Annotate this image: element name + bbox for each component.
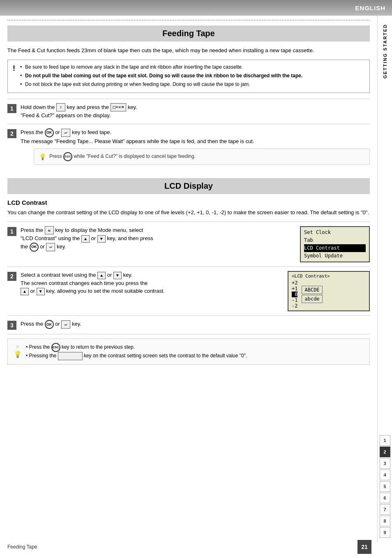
section-spacer-1 <box>7 169 370 178</box>
step-1-content: Hold down the ⇧ key and press the □+×⌫ k… <box>21 103 370 120</box>
note-item-2: Do not pull the label coming out of the … <box>19 72 302 79</box>
chapter-5: 5 <box>380 481 390 492</box>
note-item-3: Do not block the tape exit slot during p… <box>19 81 302 88</box>
dotted-divider <box>7 20 370 21</box>
lcd-preview-lower: abcde <box>302 295 322 303</box>
lcd-menu-set-clock: Set Clock <box>304 229 366 236</box>
chapter-4: 4 <box>380 470 390 480</box>
lcd-display-title: LCD Display <box>7 181 370 191</box>
enter-key-3: ↵ <box>61 320 70 329</box>
tip-lightbulb-icon: 💡 <box>14 350 22 358</box>
level-zero: 0 <box>292 292 297 297</box>
step-1-num: 1 <box>7 104 16 113</box>
shift-key: ⇧ <box>56 103 65 111</box>
esc-key-tip: ESC <box>51 343 60 352</box>
down-key-1: ▼ <box>97 235 106 243</box>
lcd-menu-display: Set Clock Tab LCD Contrast Symbol Update <box>300 226 370 263</box>
ok-key-1: OK <box>45 128 54 137</box>
hint-text-1: Press ESC while "Feed & Cut?" is display… <box>49 152 196 161</box>
hint-box-1: 💡 Press ESC while "Feed & Cut?" is displ… <box>34 148 370 165</box>
tip-icon-col: ○ 💡 <box>14 343 22 358</box>
tip-circle-icon: ○ <box>16 343 19 350</box>
enter-key-1: ↵ <box>61 129 70 137</box>
step-1-row: 1 Hold down the ⇧ key and press the □+×⌫… <box>7 99 370 124</box>
feeding-tape-intro: The Feed & Cut function feeds 23mm of bl… <box>7 46 370 55</box>
lcd-contrast-subtitle: LCD Contrast <box>7 199 370 206</box>
up-key-1: ▲ <box>81 235 90 243</box>
level-minus1: -1 <box>292 297 297 303</box>
lcd-menu-symbol-update: Symbol Update <box>304 252 366 260</box>
feeding-tape-title-box: Feeding Tape <box>7 25 370 42</box>
step-2-content: Press the OK or ↵ key to feed tape. The … <box>21 128 370 165</box>
note-box: ! Be sure to feed tape to remove any sla… <box>7 60 370 93</box>
step-2-row: 2 Press the OK or ↵ key to feed tape. Th… <box>7 124 370 169</box>
tip-item-2: • Pressing the key on the contrast setti… <box>26 352 247 360</box>
lcd-step-2-row: 2 Select a contrast level using the ▲ or… <box>7 266 370 315</box>
tip-content: • Press the ESC key to return to the pre… <box>26 343 247 360</box>
hint-lightbulb-icon: 💡 <box>39 153 46 161</box>
level-plus2: +2 <box>292 280 297 286</box>
language-label: ENGLISH <box>355 5 385 12</box>
lcd-menu-tab: Tab <box>304 236 366 244</box>
lcd-contrast-levels-row: +2 +1 0 -1 -2 ABCDE abcde <box>292 280 366 309</box>
level-plus1: +1 <box>292 286 297 292</box>
chapter-1: 1 <box>380 435 390 446</box>
chapter-8: 8 <box>380 516 390 526</box>
tip-item-1: • Press the ESC key to return to the pre… <box>26 343 247 352</box>
top-bar: ENGLISH <box>0 0 392 16</box>
down-key-3: ▼ <box>37 288 45 295</box>
note-icon: ! <box>13 64 15 73</box>
feedcut-key: □+×⌫ <box>111 103 127 111</box>
chapter-2: 2 <box>380 447 390 457</box>
ok-key-3: OK <box>45 320 54 329</box>
level-minus2: -2 <box>292 303 297 309</box>
down-key-2: ▼ <box>113 272 122 279</box>
chapter-9: 9 <box>380 527 390 538</box>
lcd-preview-upper: ABCDE <box>302 286 322 294</box>
page-number: 21 <box>357 540 371 554</box>
lcd-display-title-box: LCD Display <box>7 178 370 194</box>
note-item-1: Be sure to feed tape to remove any slack… <box>19 63 302 71</box>
up-key-2: ▲ <box>97 272 106 279</box>
clear-key-tip <box>58 352 83 360</box>
main-content: Feeding Tape The Feed & Cut function fee… <box>0 20 377 365</box>
tip-box: ○ 💡 • Press the ESC key to return to the… <box>7 338 370 365</box>
step-2-num: 2 <box>7 129 16 138</box>
lcd-contrast-screen: <LCD Contrast> +2 +1 0 -1 -2 ABCDE abcde <box>288 271 370 311</box>
lcd-step-2-num: 2 <box>7 272 16 281</box>
lcd-contrast-intro: You can change the contrast setting of t… <box>7 208 370 217</box>
chapter-3: 3 <box>380 458 390 469</box>
note-content: Be sure to feed tape to remove any slack… <box>19 63 302 89</box>
chapter-6: 6 <box>380 493 390 503</box>
lcd-step-3-content: Press the OK or ↵ key. <box>21 320 370 329</box>
chapter-list: 1 2 3 4 5 6 7 8 9 <box>380 435 390 542</box>
lcd-contrast-title: <LCD Contrast> <box>292 273 366 279</box>
lcd-step-1-content: Press the ≡ key to display the Mode menu… <box>21 226 292 252</box>
lcd-menu-image: Set Clock Tab LCD Contrast Symbol Update <box>300 226 370 263</box>
lcd-menu-lcd-contrast: LCD Contrast <box>304 244 366 252</box>
up-key-3: ▲ <box>21 288 29 295</box>
feeding-tape-title: Feeding Tape <box>7 29 370 38</box>
lcd-contrast-image: <LCD Contrast> +2 +1 0 -1 -2 ABCDE abcde <box>288 271 370 311</box>
lcd-levels-list: +2 +1 0 -1 -2 <box>292 280 297 309</box>
lcd-step-1-row: 1 Press the ≡ key to display the Mode me… <box>7 222 370 267</box>
chapter-7: 7 <box>380 504 390 515</box>
lcd-step-1-num: 1 <box>7 227 16 236</box>
enter-key-2: ↵ <box>46 243 55 251</box>
section-label: GETTING STARTED <box>383 24 387 79</box>
lcd-preview-area: ABCDE abcde <box>302 286 322 303</box>
footer-label: Feeding Tape <box>7 544 37 550</box>
lcd-step-3-row: 3 Press the OK or ↵ key. <box>7 315 370 334</box>
ok-key-2: OK <box>30 243 39 252</box>
lcd-step-2-content: Select a contrast level using the ▲ or ▼… <box>21 271 279 295</box>
page-footer: Feeding Tape 21 <box>7 540 371 554</box>
lcd-step-3-num: 3 <box>7 321 16 330</box>
esc-key: ESC <box>63 152 72 161</box>
mode-key: ≡ <box>45 226 54 234</box>
right-sidebar: GETTING STARTED 1 2 3 4 5 6 7 8 9 <box>377 16 392 542</box>
